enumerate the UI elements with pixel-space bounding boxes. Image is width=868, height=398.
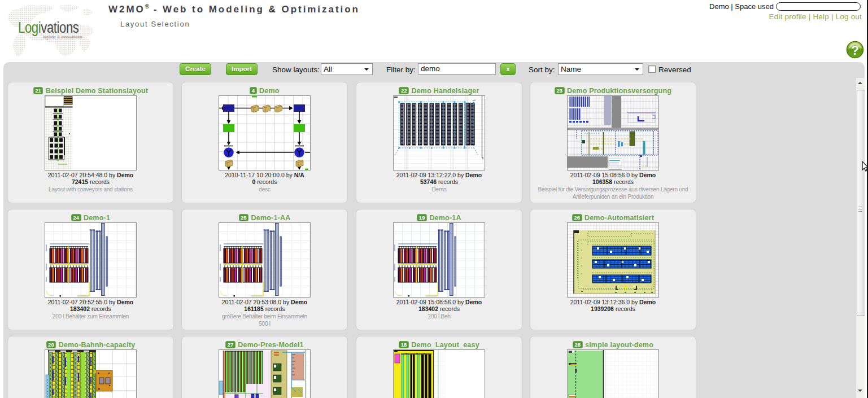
svg-text:?: ? bbox=[851, 43, 859, 58]
